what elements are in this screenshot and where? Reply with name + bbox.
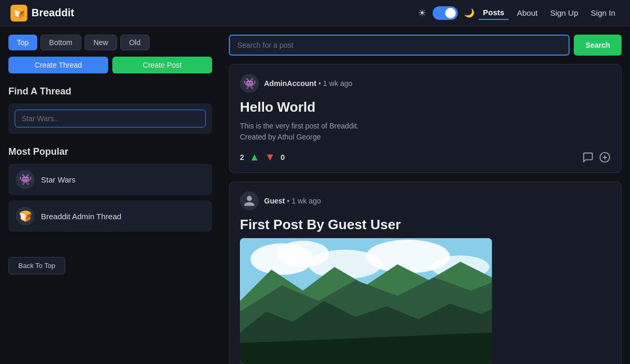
post-header-1: Guest • 1 wk ago [240,191,611,210]
sort-old-button[interactable]: Old [120,35,150,50]
post-card-0: 👾 AdminAccount • 1 wk ago Hello World Th… [229,64,622,173]
post-footer-0: 2 ▲ ▼ 0 [240,151,611,163]
post-body-line2-0: Created by Athul George [240,132,611,143]
thread-item-admin[interactable]: 🍞 Breaddit Admin Thread [8,200,212,232]
navbar-links: ☀ 🌙 Posts About Sign Up Sign In [418,6,620,20]
sort-bottom-button[interactable]: Bottom [40,35,81,50]
theme-toggle[interactable] [433,6,458,20]
post-title-1: First Post By Guest User [240,217,611,233]
create-thread-button[interactable]: Create Thread [8,57,108,73]
brand: 🍞 Breaddit [10,5,74,22]
sort-new-button[interactable]: New [85,35,117,50]
layout: Top Bottom New Old Create Thread Create … [0,26,630,364]
post-image-1 [240,238,492,364]
find-thread-box [8,103,212,134]
upvote-button-0[interactable]: ▲ [249,151,260,163]
find-thread-title: Find A Thread [8,86,212,97]
post-body-line1-0: This is the very first post of Breaddit. [240,121,611,132]
nav-posts[interactable]: Posts [479,6,509,20]
post-downvote-count-0: 0 [280,153,285,162]
nav-about[interactable]: About [513,6,542,19]
thread-item-star-wars[interactable]: 👾 Star Wars [8,164,212,195]
post-title-0: Hello World [240,99,611,115]
sort-top-button[interactable]: Top [8,35,37,50]
back-to-top-button[interactable]: Back To Top [8,257,65,274]
most-popular-title: Most Popular [8,146,212,157]
thread-avatar-admin: 🍞 [16,207,35,226]
brand-icon: 🍞 [10,5,27,22]
downvote-button-0[interactable]: ▼ [265,151,276,163]
action-buttons: Create Thread Create Post [8,57,212,73]
brand-emoji: 🍞 [13,7,25,19]
post-username-0: AdminAccount [264,79,317,88]
post-header-0: 👾 AdminAccount • 1 wk ago [240,74,611,93]
moon-icon: 🌙 [464,8,475,18]
brand-name: Breaddit [32,7,74,19]
post-time-0: • [318,79,323,88]
most-popular-section: Most Popular 👾 Star Wars 🍞 Breaddit Admi… [8,146,212,232]
post-timeago-1: 1 wk ago [291,197,321,205]
post-avatar-0: 👾 [240,74,259,93]
create-post-button[interactable]: Create Post [112,57,212,73]
main-content: Search 👾 AdminAccount • 1 wk ago Hello W… [220,26,630,364]
nav-signin[interactable]: Sign In [586,6,620,19]
post-card-1: Guest • 1 wk ago First Post By Guest Use… [229,181,622,364]
post-upvote-count-0: 2 [240,153,244,162]
add-button-0[interactable] [599,152,611,163]
thread-search-input[interactable] [15,110,206,127]
sun-icon: ☀ [418,7,426,19]
post-body-0: This is the very first post of Breaddit.… [240,121,611,143]
nav-signup[interactable]: Sign Up [546,6,582,19]
post-username-1: Guest [264,197,285,205]
post-timeago-0: 1 wk ago [323,79,352,88]
comment-button-0[interactable] [582,152,594,163]
search-input[interactable] [229,35,570,56]
post-avatar-1 [240,191,259,210]
thread-name-star-wars: Star Wars [41,175,76,184]
navbar: 🍞 Breaddit ☀ 🌙 Posts About Sign Up Sign … [0,0,630,26]
sort-buttons: Top Bottom New Old [8,35,212,50]
sidebar: Top Bottom New Old Create Thread Create … [0,26,220,364]
post-meta-1: Guest • 1 wk ago [264,197,321,205]
thread-avatar-star-wars: 👾 [16,170,35,189]
search-button[interactable]: Search [574,35,622,56]
search-bar: Search [229,35,622,56]
post-meta-0: AdminAccount • 1 wk ago [264,79,352,88]
thread-name-admin: Breaddit Admin Thread [41,212,121,221]
